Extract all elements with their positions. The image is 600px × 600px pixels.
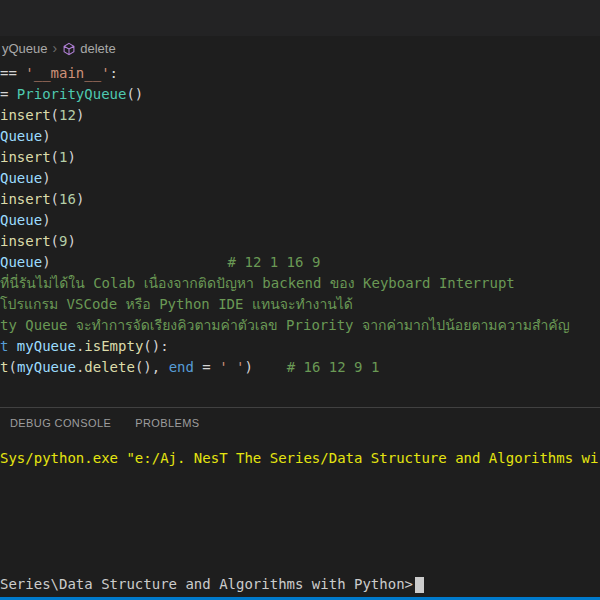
breadcrumb-item-symbol[interactable]: delete bbox=[80, 41, 115, 56]
code-line[interactable]: ty Queue จะทำการจัดเรียงคิวตามค่าตัวเลข … bbox=[0, 315, 600, 336]
code-line[interactable]: = PriorityQueue() bbox=[0, 84, 600, 105]
code-line[interactable]: t(myQueue.delete(), end = ' ') # 16 12 9… bbox=[0, 357, 600, 378]
code-line[interactable]: Queue) # 12 1 16 9 bbox=[0, 252, 600, 273]
terminal-command-line: Sys/python.exe "e:/Aj. NesT The Series/D… bbox=[0, 438, 600, 467]
panel-tab-debug-console[interactable]: DEBUG CONSOLE bbox=[10, 417, 111, 429]
terminal[interactable]: Sys/python.exe "e:/Aj. NesT The Series/D… bbox=[0, 438, 600, 597]
code-line[interactable]: t myQueue.isEmpty(): bbox=[0, 336, 600, 357]
code-line[interactable]: ที่นี่รันไม่ได้ใน Colab เนื่องจากติดปัญห… bbox=[0, 273, 600, 294]
code-line[interactable]: insert(16) bbox=[0, 189, 600, 210]
code-line[interactable]: โปรแกรม VSCode หรือ Python IDE แทนจะทำงา… bbox=[0, 294, 600, 315]
terminal-prompt-line[interactable]: Series\Data Structure and Algorithms wit… bbox=[0, 576, 600, 597]
vscode-window: yQueue › delete == '__main__':= Priority… bbox=[0, 0, 600, 600]
code-line[interactable]: insert(12) bbox=[0, 105, 600, 126]
terminal-cursor bbox=[415, 577, 424, 593]
method-symbol-icon bbox=[62, 42, 76, 56]
code-line[interactable]: Queue) bbox=[0, 168, 600, 189]
terminal-empty-space bbox=[0, 467, 600, 576]
title-bar bbox=[0, 0, 600, 36]
panel-tabs: DEBUG CONSOLEPROBLEMS bbox=[0, 408, 600, 438]
code-line[interactable]: Queue) bbox=[0, 210, 600, 231]
code-line[interactable]: insert(1) bbox=[0, 147, 600, 168]
breadcrumb: yQueue › delete bbox=[0, 36, 600, 60]
bottom-panel: DEBUG CONSOLEPROBLEMS Sys/python.exe "e:… bbox=[0, 407, 600, 597]
chevron-right-icon: › bbox=[53, 40, 58, 56]
panel-tab-problems[interactable]: PROBLEMS bbox=[135, 417, 199, 429]
breadcrumb-item-file[interactable]: yQueue bbox=[2, 41, 48, 56]
terminal-prompt-text: Series\Data Structure and Algorithms wit… bbox=[0, 576, 413, 593]
code-line[interactable]: == '__main__': bbox=[0, 63, 600, 84]
code-line[interactable]: insert(9) bbox=[0, 231, 600, 252]
editor-code[interactable]: == '__main__':= PriorityQueue()insert(12… bbox=[0, 60, 600, 407]
code-line[interactable]: Queue) bbox=[0, 126, 600, 147]
